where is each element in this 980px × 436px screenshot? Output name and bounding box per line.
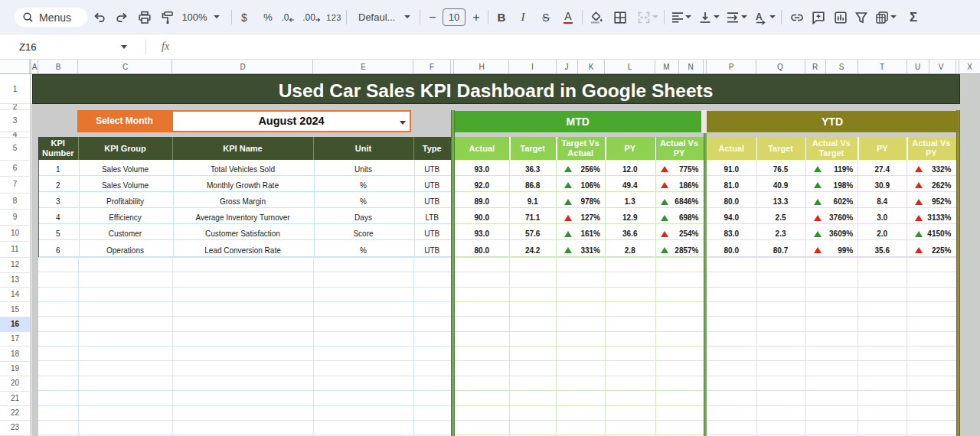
svg-text:A: A: [756, 11, 763, 22]
